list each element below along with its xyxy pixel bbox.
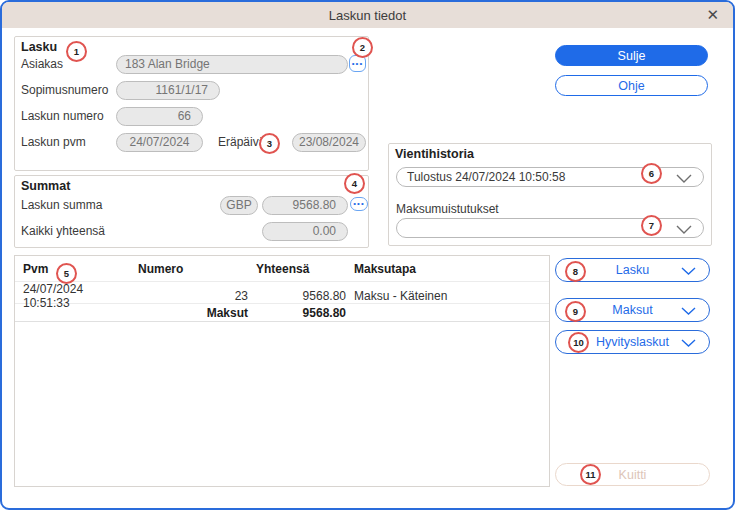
due-date-field: 23/08/2024 (292, 133, 366, 152)
annotation-circle-11: 11 (580, 464, 601, 485)
header-numero: Numero (130, 262, 248, 276)
annotation-circle-9: 9 (565, 301, 586, 322)
titlebar: Laskun tiedot ✕ (2, 2, 733, 28)
summary-value: 9568.80 (248, 306, 346, 320)
invoice-date-label: Laskun pvm (21, 135, 86, 149)
annotation-circle-5: 5 (56, 263, 77, 284)
annotation-circle-6: 6 (641, 163, 662, 184)
receipt-button: Kuitti (555, 463, 710, 486)
annotation-circle-7: 7 (641, 215, 662, 236)
payments-table: Pvm Numero Yhteensä Maksutapa 24/07/2024… (14, 255, 550, 487)
chevron-down-icon (676, 174, 692, 183)
export-history-selected: Tulostus 24/07/2024 10:50:58 (407, 170, 565, 184)
invoice-sum-label: Laskun summa (21, 198, 102, 212)
header-yhteensa: Yhteensä (248, 262, 346, 276)
dialog-title: Laskun tiedot (329, 8, 406, 23)
grand-total-label: Kaikki yhteensä (21, 224, 105, 238)
contract-number-label: Sopimusnumero (21, 83, 108, 97)
close-icon[interactable]: ✕ (706, 2, 719, 28)
chevron-down-icon (681, 267, 696, 275)
annotation-circle-4: 4 (344, 173, 365, 194)
cell-pvm: 24/07/2024 10:51:33 (15, 282, 130, 310)
grand-total-field: 0.00 (262, 222, 348, 241)
totals-group: Summat Laskun summa GBP 9568.80 ••• Kaik… (14, 175, 369, 248)
cell-numero: 23 (130, 289, 248, 303)
table-header-row: Pvm Numero Yhteensä Maksutapa (15, 256, 549, 282)
annotation-circle-1: 1 (66, 41, 87, 62)
payment-reminders-label: Maksumuistutukset (396, 202, 499, 216)
chevron-down-icon (676, 225, 692, 234)
invoice-number-label: Laskun numero (21, 109, 104, 123)
payments-menu-label: Maksut (612, 303, 652, 317)
invoice-group-title: Lasku (21, 40, 57, 54)
customer-label: Asiakas (21, 57, 63, 71)
annotation-circle-2: 2 (352, 37, 373, 58)
sum-lookup-button[interactable]: ••• (350, 197, 368, 211)
table-row[interactable]: 24/07/2024 10:51:33 23 9568.80 Maksu - K… (15, 282, 549, 304)
cell-maksutapa: Maksu - Käteinen (346, 289, 549, 303)
contract-number-field: 1161/1/17 (116, 81, 220, 100)
export-history-group: Vientihistoria Tulostus 24/07/2024 10:50… (388, 143, 712, 246)
invoice-number-field: 66 (116, 107, 203, 126)
summary-label: Maksut (130, 306, 248, 320)
cell-yhteensa: 9568.80 (248, 289, 346, 303)
invoice-sum-field: 9568.80 (262, 196, 348, 215)
invoice-menu-label: Lasku (616, 263, 649, 277)
credit-notes-menu-label: Hyvityslaskut (596, 335, 669, 349)
annotation-circle-8: 8 (565, 261, 586, 282)
export-history-title: Vientihistoria (395, 147, 474, 161)
customer-field: 183 Alan Bridge (116, 55, 348, 74)
annotation-circle-10: 10 (568, 332, 589, 353)
invoice-date-field: 24/07/2024 (116, 133, 203, 152)
totals-group-title: Summat (21, 179, 70, 193)
currency-field: GBP (220, 196, 258, 215)
chevron-down-icon (681, 307, 696, 315)
annotation-circle-3: 3 (259, 133, 280, 154)
chevron-down-icon (681, 339, 696, 347)
header-maksutapa: Maksutapa (346, 262, 549, 276)
help-button[interactable]: Ohje (555, 75, 708, 96)
close-button[interactable]: Sulje (555, 45, 708, 66)
invoice-details-dialog: Laskun tiedot ✕ Lasku Asiakas 183 Alan B… (0, 0, 735, 510)
